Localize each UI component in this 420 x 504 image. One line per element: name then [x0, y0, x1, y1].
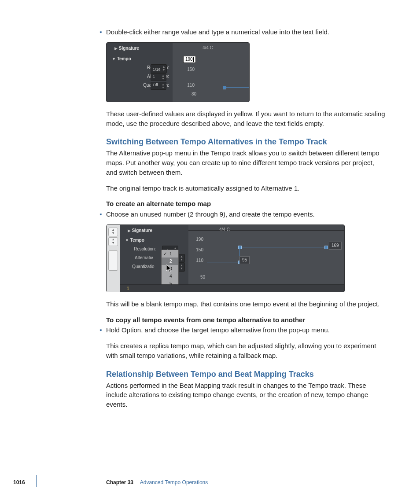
scale-150: 150 [184, 66, 195, 73]
popup-stepper[interactable]: ▲▼ [179, 254, 185, 263]
figure-tempo-alternative-popup: ▴▾ ▴▾ ▶ Signature 4/4 C ▼ Tempo Resoluti… [106, 224, 344, 291]
time-signature: 4/4 C [203, 45, 213, 52]
field-stepper[interactable]: ▲▼ [179, 263, 185, 272]
bullet-text: Double-click either range value and type… [106, 27, 386, 37]
tempo-node[interactable] [223, 86, 226, 89]
chapter-title: Advanced Tempo Operations [140, 479, 208, 486]
popup-option-4[interactable]: 4 [162, 272, 178, 280]
content-column: ▪ Double-click either range value and ty… [106, 27, 386, 416]
chapter-footer: Chapter 33 Advanced Tempo Operations [106, 479, 208, 486]
signature-label: Signature [132, 228, 152, 233]
tool-slot[interactable] [108, 250, 118, 271]
tempo-flag-mid: 95 [239, 256, 250, 265]
disclosure-right-icon: ▶ [114, 46, 118, 51]
heading-switching-alternatives: Switching Between Tempo Alternatives in … [106, 136, 386, 147]
popup-option-2[interactable]: 2 [162, 258, 178, 265]
bullet-item: ▪ Hold Option, and choose the target tem… [99, 325, 386, 335]
tempo-node[interactable] [324, 246, 328, 249]
tempo-label: Tempo [130, 238, 144, 243]
scale-190: 190 [193, 236, 203, 243]
tempo-node[interactable] [238, 246, 242, 249]
signature-label: Signature [119, 46, 139, 51]
track-number: 1 [127, 286, 129, 292]
subheading-copy-events: To copy all tempo events from one tempo … [106, 315, 386, 325]
scale-50: 50 [195, 274, 205, 281]
ui-panel: ▶ Signature 4/4 C ▼ Tempo Resolution: 1/… [106, 42, 250, 102]
heading-tempo-beatmap: Relationship Between Tempo and Beat Mapp… [106, 368, 386, 380]
bullet-item: ▪ Double-click either range value and ty… [99, 27, 386, 37]
tempo-flag-right: 169 [329, 242, 342, 250]
stepper[interactable]: ▴▾ [108, 228, 118, 236]
subheading-create-alternate: To create an alternate tempo map [106, 199, 386, 209]
ui-panel: ▴▾ ▴▾ ▶ Signature 4/4 C ▼ Tempo Resoluti… [106, 224, 345, 292]
tempo-line [207, 262, 239, 262]
paragraph: This creates a replica tempo map, which … [106, 341, 386, 361]
tempo-row[interactable]: ▼ Tempo [125, 237, 144, 244]
resolution-label: Resolution: [134, 246, 156, 253]
timeline-ruler[interactable] [188, 225, 344, 231]
quantization-label: Quantizatio [132, 264, 155, 270]
page-footer: 1016 Chapter 33 Advanced Tempo Operation… [0, 476, 420, 486]
paragraph: These user-defined values are displayed … [106, 109, 386, 129]
disclosure-down-icon: ▼ [112, 57, 116, 61]
bullet-marker: ▪ [99, 210, 106, 219]
page: ▪ Double-click either range value and ty… [0, 0, 420, 504]
time-signature: 4/4 C [219, 227, 230, 233]
tempo-line [239, 247, 326, 247]
tempo-label: Tempo [117, 56, 131, 61]
scale-110: 110 [184, 82, 195, 89]
page-number: 1016 [13, 479, 25, 486]
figure-tempo-edit: ▶ Signature 4/4 C ▼ Tempo Resolution: 1/… [106, 42, 249, 101]
stepper[interactable]: ▴▾ [108, 237, 118, 246]
signature-row[interactable]: ▶ Signature [128, 228, 152, 234]
bottom-toolbar: 1 [120, 284, 344, 292]
resolution-value[interactable]: 1/16▲▼ [151, 64, 167, 73]
paragraph: This will be a blank tempo map, that con… [106, 299, 386, 309]
popup-option-1[interactable]: 1 [162, 250, 178, 258]
tempo-line [224, 87, 249, 88]
paragraph: The Alternative pop-up menu in the Tempo… [106, 148, 386, 177]
tempo-max-input[interactable]: 190 [183, 56, 196, 63]
tempo-row[interactable]: ▼ Tempo [112, 56, 131, 63]
alternative-label: Alternativ [135, 255, 153, 261]
scale-150: 150 [193, 247, 203, 254]
disclosure-down-icon: ▼ [125, 238, 129, 243]
signature-row[interactable]: ▶ Signature [114, 45, 139, 52]
quantization-value[interactable]: Off▲▼ [151, 82, 166, 90]
scale-110: 110 [193, 258, 203, 264]
bullet-marker: ▪ [99, 27, 106, 37]
bullet-text: Hold Option, and choose the target tempo… [106, 325, 386, 335]
scale-80: 80 [186, 91, 196, 98]
disclosure-right-icon: ▶ [128, 228, 131, 233]
bullet-item: ▪ Choose an unused number (2 through 9),… [99, 210, 386, 219]
paragraph: The original tempo track is automaticall… [106, 184, 386, 193]
left-control-strip: ▴▾ ▴▾ [107, 225, 120, 292]
paragraph: Actions performed in the Beat Mapping tr… [106, 381, 386, 409]
alternative-value[interactable]: 1▲▼ [151, 73, 166, 81]
footer-rule [36, 475, 37, 487]
chapter-label: Chapter 33 [106, 479, 133, 486]
bullet-marker: ▪ [99, 325, 106, 335]
svg-marker-0 [166, 265, 171, 272]
bullet-text: Choose an unused number (2 through 9), a… [106, 210, 386, 219]
